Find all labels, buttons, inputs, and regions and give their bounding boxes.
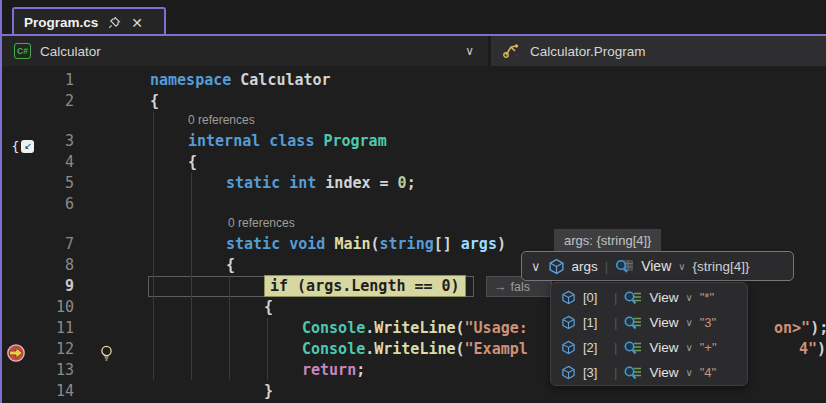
code-token: Main [334, 235, 370, 253]
line-number: 4 [28, 152, 74, 173]
code-token: on>" [774, 319, 810, 337]
line-number: 2 [28, 91, 74, 112]
line-number: 10 [28, 297, 74, 318]
code-token: args [461, 235, 497, 253]
code-text[interactable]: Console.WriteLine("Usage: [302, 318, 537, 339]
code-token: namespace [150, 71, 231, 89]
array-index: [1] [583, 315, 607, 330]
codelens-references[interactable]: 0 references [228, 214, 295, 233]
code-text[interactable]: { [188, 152, 197, 173]
array-index: [3] [583, 365, 607, 380]
view-button[interactable]: View [649, 340, 678, 355]
code-token: { [150, 92, 159, 110]
datatip-child-row[interactable]: [2]|View∨"+" [551, 335, 747, 360]
code-line[interactable]: 4{ [2, 152, 826, 173]
code-token [260, 132, 269, 150]
codelens-references[interactable]: 0 references [188, 111, 255, 130]
code-token: WriteLine [374, 319, 455, 337]
code-token: ) [497, 235, 506, 253]
tab-program-cs[interactable]: Program.cs ✕ [12, 7, 166, 36]
view-button[interactable]: View [649, 315, 678, 330]
code-token: ( [456, 340, 465, 358]
variable-name: args [572, 259, 598, 274]
view-visualizer-icon[interactable] [624, 340, 642, 356]
code-line[interactable]: 3internal class Program [2, 131, 826, 152]
code-text[interactable]: 4"); [799, 339, 826, 360]
chevron-down-icon[interactable]: ∨ [685, 342, 692, 353]
code-text[interactable]: { [264, 297, 273, 318]
code-text[interactable]: internal class Program [188, 131, 387, 152]
tab-bar: Program.cs ✕ [2, 0, 826, 36]
view-button[interactable]: View [641, 258, 671, 274]
tab-title: Program.cs [24, 15, 98, 30]
code-token: = [371, 174, 398, 192]
chevron-down-icon[interactable]: ∨ [685, 292, 692, 303]
chevron-down-icon[interactable]: ∨ [685, 367, 692, 378]
code-token: static [226, 174, 280, 192]
code-token: Program [323, 132, 386, 150]
debug-value-tooltip: args: {string[4]} [554, 229, 661, 252]
code-token: "Usage: [465, 319, 537, 337]
line-number: 3 [28, 131, 74, 152]
code-text[interactable]: static void Main(string[] args) [226, 234, 506, 255]
array-index: [0] [583, 290, 607, 305]
code-token: . [365, 340, 374, 358]
code-token: ; [356, 361, 365, 379]
expander-chevron-icon[interactable]: ∨ [531, 259, 541, 274]
array-value: "*" [700, 290, 714, 305]
chevron-down-icon[interactable]: ∨ [465, 44, 474, 58]
code-token: 4" [799, 340, 817, 358]
code-text[interactable]: { [150, 91, 159, 112]
array-value: "3" [700, 315, 716, 330]
view-button[interactable]: View [649, 290, 678, 305]
array-index: [2] [583, 340, 607, 355]
code-text[interactable]: return; [302, 360, 365, 381]
view-visualizer-icon[interactable] [624, 365, 642, 381]
datatip-child-row[interactable]: [3]|View∨"4" [551, 360, 747, 385]
code-token: ); [810, 319, 826, 337]
view-visualizer-icon[interactable] [624, 290, 642, 306]
code-token: int [289, 174, 316, 192]
chevron-down-icon[interactable]: ∨ [678, 261, 685, 272]
code-token: [] [434, 235, 461, 253]
member-dropdown[interactable]: Calculator.Program [491, 36, 826, 66]
current-statement-highlight[interactable]: if (args.Length == 0) [264, 275, 466, 297]
code-line[interactable]: 5static int index = 0; [2, 173, 826, 194]
datatip-args[interactable]: ∨ args | View ∨ {string[4]} [521, 251, 794, 281]
code-line[interactable]: 2{ [2, 91, 826, 112]
code-token [280, 235, 289, 253]
code-token: WriteLine [374, 340, 455, 358]
view-visualizer-icon[interactable] [615, 258, 634, 275]
code-text[interactable]: } [264, 381, 273, 402]
close-icon[interactable]: ✕ [131, 16, 143, 30]
code-text[interactable]: static int index = 0; [226, 173, 416, 194]
pin-icon[interactable] [108, 16, 121, 29]
view-visualizer-icon[interactable] [624, 315, 642, 331]
project-dropdown-label: Calculator [40, 44, 101, 59]
line-number: 7 [28, 234, 74, 255]
code-text[interactable]: on>"); [774, 318, 826, 339]
code-token: Calculator [231, 71, 330, 89]
code-token: { [226, 256, 235, 274]
member-dropdown-label: Calculator.Program [530, 44, 646, 59]
code-token: string [380, 235, 434, 253]
code-line[interactable]: 6 [2, 194, 826, 215]
code-line[interactable]: 1namespace Calculator [2, 70, 826, 91]
line-number: 1 [28, 70, 74, 91]
code-token [316, 174, 325, 192]
code-token: Console [302, 340, 365, 358]
variable-cube-icon [561, 290, 576, 305]
project-dropdown[interactable]: C# Calculator ∨ [2, 36, 488, 66]
datatip-child-row[interactable]: [0]|View∨"*" [551, 285, 747, 310]
chevron-down-icon[interactable]: ∨ [685, 317, 692, 328]
code-token: class [269, 132, 314, 150]
code-token: { [188, 153, 197, 171]
arrow-right-icon: → [494, 280, 507, 294]
code-token: "Exampl [465, 340, 528, 358]
array-value: "4" [700, 365, 716, 380]
code-text[interactable]: namespace Calculator [150, 70, 331, 91]
code-text[interactable]: Console.WriteLine("Exampl [302, 339, 528, 360]
view-button[interactable]: View [649, 365, 678, 380]
datatip-child-row[interactable]: [1]|View∨"3" [551, 310, 747, 335]
code-text[interactable]: { [226, 255, 235, 276]
